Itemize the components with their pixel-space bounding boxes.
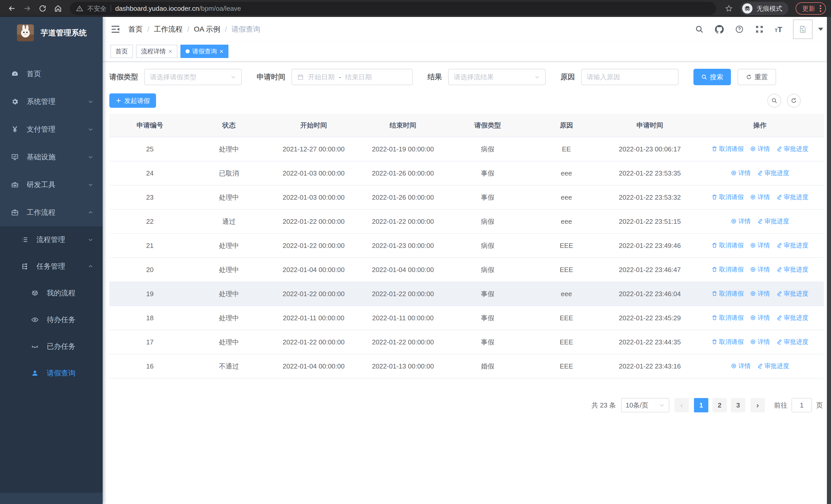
chevron-down-icon — [88, 126, 93, 132]
sidebar-item-done-tasks[interactable]: 已办任务 — [0, 333, 103, 360]
progress-link[interactable]: 审批进度 — [776, 338, 808, 346]
sidebar-item-task-mgmt[interactable]: 任务管理 — [0, 253, 103, 280]
sidebar-item-leave-query[interactable]: 请假查询 — [0, 360, 103, 386]
browser-scrollbar[interactable] — [827, 17, 831, 504]
detail-link[interactable]: 详情 — [750, 314, 770, 322]
avatar-caret-icon[interactable] — [818, 28, 823, 31]
sidebar-item-payment[interactable]: 支付管理 — [0, 116, 103, 143]
tab-process-detail[interactable]: 流程详情 × — [136, 45, 177, 58]
sidebar-item-system[interactable]: 系统管理 — [0, 88, 103, 116]
detail-link[interactable]: 详情 — [750, 241, 770, 249]
cell-start: 2022-01-22 00:00:00 — [267, 209, 360, 234]
chevron-down-icon — [230, 74, 236, 80]
font-size-icon[interactable]: TT — [775, 25, 782, 33]
bookmark-star-icon[interactable] — [722, 2, 736, 15]
cell-applied: 2022-01-22 23:51:15 — [604, 209, 696, 234]
next-page-button[interactable]: › — [750, 398, 765, 412]
create-leave-button[interactable]: 发起请假 — [109, 93, 156, 108]
search-button[interactable]: 搜索 — [693, 69, 731, 85]
progress-link[interactable]: 审批进度 — [776, 290, 808, 298]
sidebar-menu: 首页 系统管理 支付管理 — [0, 49, 103, 504]
refresh-icon[interactable] — [787, 94, 801, 108]
reset-button[interactable]: 重置 — [738, 69, 776, 85]
page-button-1[interactable]: 1 — [694, 398, 708, 412]
page-size-select[interactable]: 10条/页 — [621, 398, 669, 412]
reason-input[interactable] — [581, 69, 679, 85]
apply-time-range-picker[interactable]: 开始日期 - 结束日期 — [291, 69, 413, 85]
progress-link[interactable]: 审批进度 — [757, 169, 789, 177]
help-icon[interactable] — [735, 25, 744, 34]
tab-home[interactable]: 首页 — [110, 45, 133, 58]
detail-link[interactable]: 详情 — [730, 169, 751, 177]
cancel-link[interactable]: 取消请假 — [711, 241, 744, 249]
browser-menu-icon[interactable] — [820, 5, 821, 12]
github-icon[interactable] — [715, 25, 724, 34]
tags-bar: 首页 流程详情 × 请假查询 × — [103, 41, 831, 62]
cell-applied: 2022-01-22 23:46:47 — [604, 258, 696, 282]
cancel-link[interactable]: 取消请假 — [711, 193, 744, 201]
detail-link[interactable]: 详情 — [750, 193, 770, 201]
forward-icon[interactable] — [21, 2, 34, 15]
page-button-3[interactable]: 3 — [731, 398, 745, 412]
leave-table-body: 25处理中2021-12-27 00:00:002022-01-19 00:00… — [109, 137, 824, 378]
close-icon[interactable]: × — [220, 48, 223, 55]
progress-link[interactable]: 审批进度 — [776, 241, 808, 249]
tab-leave-query[interactable]: 请假查询 × — [180, 45, 228, 58]
cancel-link[interactable]: 取消请假 — [711, 290, 744, 298]
progress-link[interactable]: 审批进度 — [757, 217, 789, 225]
progress-link[interactable]: 审批进度 — [776, 193, 808, 201]
detail-link[interactable]: 详情 — [730, 217, 751, 225]
sidebar-item-todo-tasks[interactable]: 待办任务 — [0, 306, 103, 333]
sidebar-item-home[interactable]: 首页 — [0, 60, 103, 88]
goto-page-input[interactable] — [792, 398, 812, 412]
breadcrumb-oa[interactable]: OA 示例 — [194, 24, 221, 34]
eye-closed-icon — [31, 342, 39, 351]
back-icon[interactable] — [5, 2, 19, 15]
close-icon[interactable]: × — [168, 48, 172, 55]
detail-link[interactable]: 详情 — [750, 145, 770, 153]
search-icon[interactable] — [695, 25, 704, 34]
cell-id: 17 — [109, 330, 191, 354]
toolbox-icon — [11, 181, 19, 189]
cancel-link[interactable]: 取消请假 — [711, 265, 744, 273]
cell-end: 2022-01-22 00:00:00 — [360, 330, 446, 354]
cancel-link[interactable]: 取消请假 — [711, 338, 744, 346]
col-applied: 申请时间 — [604, 114, 696, 137]
progress-link[interactable]: 审批进度 — [776, 314, 808, 322]
page-button-2[interactable]: 2 — [712, 398, 727, 412]
breadcrumb-workflow[interactable]: 工作流程 — [154, 24, 183, 34]
sidebar-item-process-mgmt[interactable]: 流程管理 — [0, 226, 103, 253]
cancel-link[interactable]: 取消请假 — [711, 145, 744, 153]
result-select[interactable]: 请选择流结果 — [448, 69, 546, 85]
address-bar[interactable]: 不安全 dashboard.yudao.iocoder.cn/bpm/oa/le… — [70, 2, 716, 15]
leave-type-select[interactable]: 请选择请假类型 — [144, 69, 242, 85]
breadcrumb-home[interactable]: 首页 — [128, 24, 143, 34]
prev-page-button[interactable]: ‹ — [675, 398, 689, 412]
reload-icon[interactable] — [36, 2, 49, 15]
progress-link[interactable]: 审批进度 — [776, 265, 808, 273]
table-row: 21处理中2022-01-22 00:00:002022-01-23 00:00… — [109, 234, 824, 258]
leave-table: 申请编号 状态 开始时间 结束时间 请假类型 原因 申请时间 操作 25处理中2… — [109, 114, 824, 379]
home-icon[interactable] — [51, 2, 65, 15]
update-button[interactable]: 更新 — [796, 2, 826, 14]
cancel-link[interactable]: 取消请假 — [711, 314, 744, 322]
table-row: 20处理中2022-01-04 00:00:002022-01-04 00:00… — [109, 258, 824, 282]
detail-link[interactable]: 详情 — [750, 290, 770, 298]
detail-link[interactable]: 详情 — [730, 362, 751, 370]
progress-link[interactable]: 审批进度 — [757, 362, 789, 370]
cell-end: 2022-01-23 00:00:00 — [360, 234, 446, 258]
cell-start: 2022-01-22 00:00:00 — [267, 330, 360, 354]
cell-status: 处理中 — [191, 234, 267, 258]
fullscreen-icon[interactable] — [755, 25, 764, 34]
sidebar-item-workflow[interactable]: 工作流程 — [0, 199, 103, 226]
sidebar-item-my-process[interactable]: 我的流程 — [0, 280, 103, 306]
sidebar-toggle-icon[interactable] — [110, 24, 121, 34]
sidebar-item-dev-tools[interactable]: 研发工具 — [0, 171, 103, 199]
detail-link[interactable]: 详情 — [750, 338, 770, 346]
detail-link[interactable]: 详情 — [750, 265, 770, 273]
sidebar-item-infrastructure[interactable]: 基础设施 — [0, 143, 103, 171]
progress-link[interactable]: 审批进度 — [776, 145, 808, 153]
search-toggle-icon[interactable] — [767, 94, 781, 108]
cell-end: 2022-01-22 00:00:00 — [360, 209, 446, 234]
avatar[interactable] — [793, 20, 812, 39]
